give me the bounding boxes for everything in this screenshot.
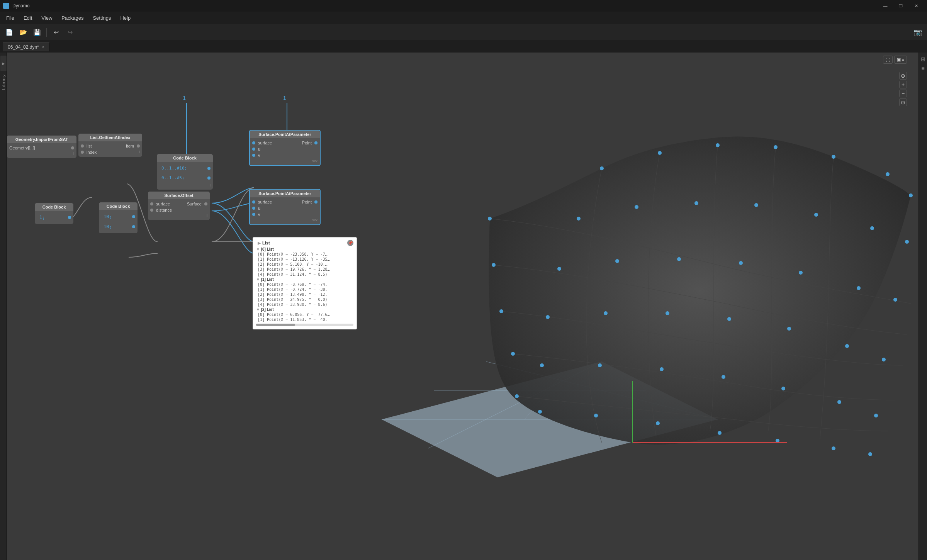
popup-scrollbar[interactable] bbox=[256, 324, 353, 326]
list-item-0-1: [1] Point(X = -13.126, Y = -35… bbox=[255, 257, 355, 262]
indicator-right: 1 bbox=[283, 95, 286, 101]
library-label: Library bbox=[1, 74, 6, 90]
svg-point-11 bbox=[774, 145, 778, 149]
item-output-port bbox=[137, 144, 140, 148]
code-block-2-header: Code Block bbox=[157, 154, 213, 162]
surface-offset-body: surface Surface distance l bbox=[148, 199, 210, 220]
menu-packages[interactable]: Packages bbox=[57, 14, 88, 22]
svg-point-33 bbox=[787, 327, 791, 331]
geometry-import-node[interactable]: Geometry.ImportFromSAT Geometry[]..[] l bbox=[7, 136, 76, 158]
svg-point-48 bbox=[832, 446, 835, 450]
surface-point-1-node[interactable]: Surface.PointAtParameter surface Point u… bbox=[249, 130, 321, 166]
main-area: ▶ Library 1 1 Geomet bbox=[0, 53, 927, 560]
panel-btn-1[interactable]: ⊞ bbox=[920, 56, 927, 63]
open-button[interactable]: 📂 bbox=[17, 26, 29, 39]
surface-point-1-body: surface Point u v xxx bbox=[250, 138, 320, 165]
svg-point-38 bbox=[660, 367, 664, 371]
svg-point-50 bbox=[488, 217, 492, 221]
list-item-1-4: [4] Point(X = 33.930, Y = 8.6) bbox=[255, 302, 355, 307]
list-group-1: ▼ [1] List bbox=[255, 277, 355, 282]
list-item-0-4: [4] Point(X = 31.124, Y = 8.5) bbox=[255, 272, 355, 277]
svg-point-27 bbox=[857, 286, 861, 290]
save-button[interactable]: 💾 bbox=[31, 26, 43, 39]
titlebar: Dynamo — ❐ ✕ bbox=[0, 0, 927, 12]
tab-active[interactable]: 06_04_02.dyn* × bbox=[3, 42, 49, 51]
view-mode-button[interactable]: ▣ ≡ bbox=[894, 56, 907, 64]
reset-view-button[interactable]: ⊙ bbox=[899, 98, 907, 106]
library-toggle[interactable]: ▶ bbox=[0, 56, 7, 71]
svg-point-51 bbox=[492, 263, 496, 267]
panel-btn-2[interactable]: ≡ bbox=[920, 65, 927, 72]
list-item-0-0: [0] Point(X = -23.358, Y = -7… bbox=[255, 252, 355, 257]
list-item-1-0: [0] Point(X = -8.769, Y = -74. bbox=[255, 282, 355, 287]
sp2-point-output bbox=[314, 200, 317, 204]
surface-point-2-body: surface Point u v xxx bbox=[250, 197, 320, 224]
svg-point-22 bbox=[557, 267, 561, 271]
menu-view[interactable]: View bbox=[37, 14, 57, 22]
list-item-0-3: [3] Point(X = 19.726, Y = 1.28… bbox=[255, 267, 355, 272]
sp2-v-row: v bbox=[252, 211, 317, 217]
svg-point-21 bbox=[905, 240, 909, 244]
menu-edit[interactable]: Edit bbox=[19, 14, 37, 22]
indicator-left: 1 bbox=[183, 95, 186, 101]
code-block-1-header: Code Block bbox=[35, 203, 73, 211]
svg-point-35 bbox=[882, 358, 886, 361]
viewport-svg bbox=[370, 72, 919, 497]
distance-input-port bbox=[150, 209, 153, 212]
popup-list-label: List bbox=[262, 241, 270, 245]
geometry-import-body: Geometry[]..[] l bbox=[7, 143, 76, 158]
surface-offset-node[interactable]: Surface.Offset surface Surface distance … bbox=[148, 192, 210, 220]
code-block-1-node[interactable]: Code Block 1; bbox=[35, 203, 73, 224]
menu-settings[interactable]: Settings bbox=[88, 14, 115, 22]
surface-point-2-node[interactable]: Surface.PointAtParameter surface Point u… bbox=[249, 189, 321, 225]
code-block-3-node[interactable]: Code Block 10; 10; bbox=[99, 202, 138, 233]
popup-scrollbar-thumb bbox=[256, 324, 295, 326]
pin-icon[interactable]: 📌 bbox=[347, 240, 353, 246]
redo-button[interactable]: ↪ bbox=[64, 26, 76, 39]
close-button[interactable]: ✕ bbox=[908, 0, 924, 12]
code-block-2-output2 bbox=[207, 176, 211, 180]
svg-point-25 bbox=[739, 261, 743, 265]
menu-help[interactable]: Help bbox=[115, 14, 135, 22]
list-item-1-1: [1] Point(X = -0.724, Y = -38. bbox=[255, 287, 355, 292]
svg-point-9 bbox=[658, 151, 662, 155]
code-block-2-output1 bbox=[207, 167, 211, 170]
sp1-surface-row: surface Point bbox=[252, 140, 317, 146]
zoom-out-button[interactable]: − bbox=[899, 90, 907, 97]
code-block-2-row1: 0..1..#10; bbox=[159, 163, 211, 173]
svg-point-26 bbox=[799, 271, 803, 275]
new-button[interactable]: 📄 bbox=[3, 26, 15, 39]
svg-point-45 bbox=[656, 421, 660, 425]
viewport-controls: ⛶ ▣ ≡ bbox=[883, 56, 907, 64]
canvas[interactable]: 1 1 Geometry.ImportFromSAT Geometry[]..[… bbox=[7, 53, 919, 560]
code-block-2-code1: 0..1..#10; bbox=[159, 164, 189, 172]
surface-offset-bottom: l bbox=[150, 213, 207, 219]
screenshot-button[interactable]: 📷 bbox=[912, 26, 924, 39]
menubar: File Edit View Packages Settings Help bbox=[0, 12, 927, 24]
popup-titlebar: ▶ List 📌 bbox=[255, 239, 355, 247]
right-panel: ⊞ ≡ bbox=[919, 53, 927, 560]
svg-point-14 bbox=[909, 193, 913, 197]
geometry-import-output-row: Geometry[]..[] bbox=[9, 145, 74, 151]
list-get-item-node[interactable]: List.GetItemAtIndex list item index l bbox=[78, 134, 142, 157]
svg-point-13 bbox=[886, 172, 890, 176]
svg-point-29 bbox=[546, 315, 550, 319]
svg-point-44 bbox=[594, 414, 598, 417]
index-input-port bbox=[81, 151, 84, 154]
background-toggle[interactable]: ⛶ bbox=[883, 56, 893, 64]
code-block-2-node[interactable]: Code Block 0..1..#10; 0..1..#5; l bbox=[157, 154, 213, 190]
minimize-button[interactable]: — bbox=[878, 0, 893, 12]
fit-view-button[interactable]: ⊕ bbox=[899, 72, 907, 80]
sp2-u-row: u bbox=[252, 205, 317, 211]
code-block-3-body: 10; 10; bbox=[99, 210, 138, 233]
svg-point-53 bbox=[511, 352, 515, 356]
zoom-in-button[interactable]: + bbox=[899, 81, 907, 88]
tab-close-button[interactable]: × bbox=[42, 45, 44, 49]
svg-point-18 bbox=[754, 203, 758, 207]
viewport-3d[interactable] bbox=[370, 72, 919, 497]
maximize-button[interactable]: ❐ bbox=[893, 0, 908, 12]
list-item-0-2: [2] Point(X = 5.100, Y = -10.… bbox=[255, 262, 355, 267]
undo-button[interactable]: ↩ bbox=[50, 26, 62, 39]
svg-point-47 bbox=[776, 439, 779, 443]
menu-file[interactable]: File bbox=[2, 14, 19, 22]
